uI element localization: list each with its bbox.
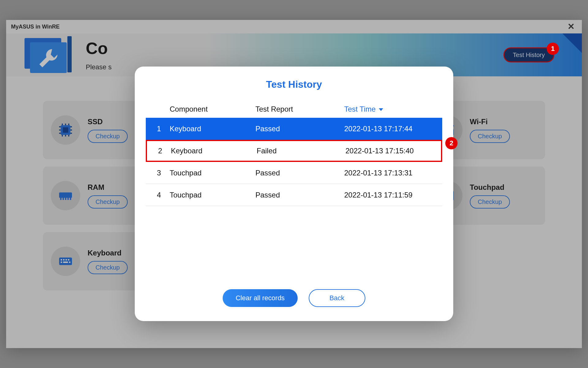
- row-report: Failed: [257, 147, 345, 155]
- test-history-modal: Test History Component Test Report Test …: [135, 67, 453, 321]
- row-time: 2022-01-13 17:13:31: [344, 169, 440, 177]
- row-index: 3: [148, 169, 170, 177]
- row-index: 4: [148, 191, 170, 199]
- col-component: Component: [170, 105, 255, 113]
- col-time-label: Test Time: [344, 105, 376, 113]
- row-time: 2022-01-13 17:11:59: [344, 191, 440, 199]
- row-time: 2022-01-13 17:17:44: [344, 125, 440, 133]
- modal-actions: Clear all records Back: [146, 289, 442, 310]
- row-component: Keyboard: [171, 147, 257, 155]
- back-button[interactable]: Back: [309, 289, 365, 307]
- table-body: 1KeyboardPassed2022-01-13 17:17:442Keybo…: [146, 118, 442, 206]
- row-index: 1: [148, 125, 170, 133]
- table-row[interactable]: 2KeyboardFailed2022-01-13 17:15:40: [146, 140, 442, 162]
- table-header: Component Test Report Test Time: [146, 101, 442, 118]
- annotation-badge-1: 1: [547, 43, 559, 55]
- clear-all-button[interactable]: Clear all records: [223, 289, 297, 307]
- row-report: Passed: [255, 169, 344, 177]
- row-time: 2022-01-13 17:15:40: [345, 147, 439, 155]
- chevron-down-icon: [379, 108, 383, 111]
- col-report: Test Report: [255, 105, 344, 113]
- row-component: Touchpad: [170, 191, 255, 199]
- annotation-badge-2: 2: [445, 137, 458, 149]
- col-time-sort[interactable]: Test Time: [344, 105, 440, 113]
- row-report: Passed: [255, 125, 344, 133]
- row-index: 2: [149, 147, 171, 155]
- table-row[interactable]: 1KeyboardPassed2022-01-13 17:17:44: [146, 118, 442, 140]
- modal-title: Test History: [146, 79, 442, 90]
- app-window: MyASUS in WinRE ✕ Co Please s Test Histo…: [6, 20, 582, 348]
- table-row[interactable]: 3TouchpadPassed2022-01-13 17:13:31: [146, 162, 442, 184]
- row-component: Keyboard: [170, 125, 255, 133]
- table-row[interactable]: 4TouchpadPassed2022-01-13 17:11:59: [146, 184, 442, 206]
- row-report: Passed: [255, 191, 344, 199]
- row-component: Touchpad: [170, 169, 255, 177]
